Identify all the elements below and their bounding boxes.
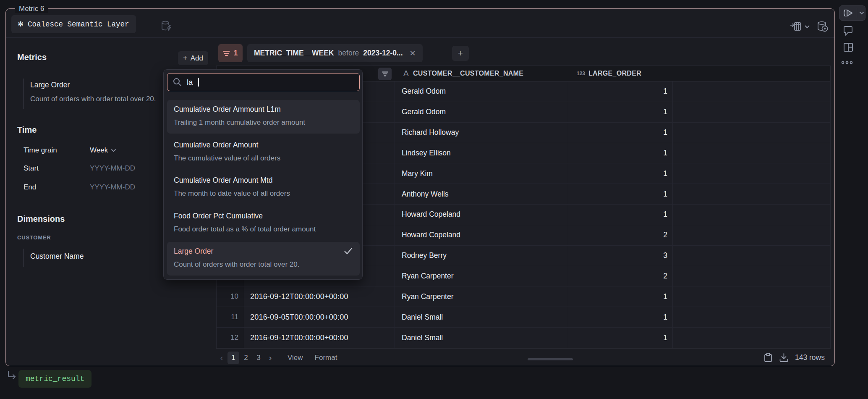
metric-search-dropdown: la Cumulative Order Ammount L1m Trailing… — [163, 69, 363, 280]
customer-name-cell[interactable]: Rodney Berry — [395, 246, 568, 266]
add-metric-button[interactable]: + Add — [178, 51, 208, 65]
metric-time-cell[interactable]: 2016-09-12T00:00:00+00:00 — [244, 286, 395, 307]
filter-count-chip[interactable]: 1 — [218, 44, 243, 62]
dimension-group-label: CUSTOMER — [17, 234, 51, 241]
add-filter-button[interactable]: + — [452, 46, 469, 61]
large-order-cell[interactable]: 1 — [568, 123, 673, 143]
customer-name-cell[interactable]: Howard Copeland — [395, 225, 568, 245]
metric-option-title: Cumulative Order Ammount L1m — [174, 104, 353, 114]
metric-option[interactable]: Cumulative Order Amount Mtd The month to… — [167, 171, 360, 205]
customer-name-cell[interactable]: Mary Kim — [395, 163, 568, 184]
format-button[interactable]: Format — [315, 354, 337, 362]
add-button-label: Add — [191, 54, 203, 63]
text-caret — [198, 78, 199, 87]
customer-name-cell[interactable]: Lindsey Ellison — [395, 143, 568, 163]
row-index: 12 — [217, 328, 244, 348]
table-output-icon[interactable] — [790, 21, 810, 33]
customer-name-cell[interactable]: Ryan Carpenter — [395, 286, 568, 307]
metric-option-description: Count of orders with order total over 20… — [174, 260, 353, 269]
start-date-input[interactable]: YYYY-MM-DD — [90, 164, 135, 173]
metric-option[interactable]: Cumulative Order Amount The cumulative v… — [167, 136, 360, 169]
large-order-cell[interactable]: 1 — [568, 205, 673, 225]
column-filter-indicator[interactable] — [378, 68, 392, 80]
customer-name-cell[interactable]: Gerald Odom — [395, 81, 568, 102]
comment-icon[interactable] — [843, 26, 853, 36]
close-icon[interactable]: ✕ — [410, 49, 416, 58]
time-filter-chip[interactable]: METRIC_TIME__WEEK before 2023-12-0... ✕ — [247, 44, 423, 62]
horizontal-scrollbar[interactable] — [528, 358, 573, 360]
search-icon — [173, 78, 182, 87]
customer-name-cell[interactable]: Daniel Small — [395, 328, 568, 348]
large-order-cell[interactable]: 1 — [568, 163, 673, 184]
empty-cell — [673, 205, 830, 225]
metric-time-cell[interactable]: 2016-09-12T00:00:00+00:00 — [244, 328, 395, 348]
time-heading: Time — [17, 125, 37, 135]
large-order-column-header[interactable]: 123 LARGE_ORDER — [568, 66, 673, 81]
page-button-1[interactable]: 1 — [227, 352, 239, 364]
filter-operator: before — [338, 49, 359, 58]
table-row[interactable]: 11 2016-09-05T00:00:00+00:00 Daniel Smal… — [217, 307, 830, 328]
result-variable-chip[interactable]: metric_result — [18, 370, 92, 388]
large-order-cell[interactable]: 1 — [568, 286, 673, 307]
copy-table-icon[interactable] — [763, 353, 773, 363]
more-options-icon[interactable] — [841, 60, 853, 65]
filter-icon — [382, 71, 388, 76]
chevron-down-icon — [804, 25, 810, 29]
next-page-icon[interactable]: › — [265, 353, 276, 362]
selected-metric-item[interactable]: Large Order Count of orders with order t… — [24, 79, 156, 109]
large-order-cell[interactable]: 3 — [568, 246, 673, 266]
large-order-cell[interactable]: 1 — [568, 328, 673, 348]
customer-name-cell[interactable]: Howard Copeland — [395, 205, 568, 225]
time-grain-select[interactable]: Week — [90, 146, 116, 155]
large-order-cell[interactable]: 2 — [568, 225, 673, 245]
large-order-cell[interactable]: 1 — [568, 184, 673, 204]
time-grain-label: Time grain — [24, 146, 57, 155]
filter-field: METRIC_TIME__WEEK — [254, 49, 334, 58]
empty-cell — [673, 143, 830, 163]
dimensions-heading: Dimensions — [17, 214, 65, 224]
view-button[interactable]: View — [288, 354, 303, 362]
source-chip-label: Coalesce Semantic Layer — [28, 20, 129, 29]
large-order-cell[interactable]: 1 — [568, 307, 673, 327]
column-label: CUSTOMER__CUSTOMER_NAME — [413, 70, 523, 77]
large-order-cell[interactable]: 1 — [568, 102, 673, 122]
prev-page-icon[interactable]: ‹ — [216, 353, 227, 362]
table-row[interactable]: 12 2016-09-12T00:00:00+00:00 Daniel Smal… — [217, 328, 830, 348]
download-icon[interactable] — [779, 353, 789, 362]
page-button-3[interactable]: 3 — [253, 352, 264, 364]
large-order-cell[interactable]: 2 — [568, 266, 673, 286]
database-preview-icon[interactable] — [816, 21, 829, 33]
large-order-cell[interactable]: 1 — [568, 81, 673, 102]
metric-option[interactable]: Large Order Count of orders with order t… — [167, 242, 360, 276]
run-play-icon — [843, 8, 854, 18]
empty-cell — [673, 328, 830, 348]
end-date-input[interactable]: YYYY-MM-DD — [90, 183, 135, 192]
page-button-2[interactable]: 2 — [240, 352, 252, 364]
customer-name-column-header[interactable]: A CUSTOMER__CUSTOMER_NAME — [395, 66, 568, 81]
row-index: 11 — [217, 307, 244, 327]
customer-name-cell[interactable]: Ryan Carpenter — [395, 266, 568, 286]
metric-search-input[interactable]: la — [167, 73, 360, 91]
empty-cell — [673, 184, 830, 204]
filter-value: 2023-12-0... — [363, 49, 403, 58]
metric-option[interactable]: Cumulative Order Ammount L1m Trailing 1 … — [167, 100, 360, 134]
customer-name-cell[interactable]: Richard Holloway — [395, 123, 568, 143]
run-options-chevron-icon[interactable] — [859, 11, 864, 15]
large-order-cell[interactable]: 1 — [568, 143, 673, 163]
filter-count: 1 — [233, 49, 238, 58]
metrics-heading: Metrics — [17, 52, 47, 62]
database-lightning-icon[interactable] — [159, 19, 173, 33]
table-row[interactable]: 10 2016-09-12T00:00:00+00:00 Ryan Carpen… — [217, 286, 830, 307]
customer-name-cell[interactable]: Gerald Odom — [395, 102, 568, 122]
run-cell-button[interactable] — [839, 5, 865, 21]
selected-dimension-item[interactable]: Customer Name — [24, 249, 84, 267]
metric-time-cell[interactable]: 2016-09-05T00:00:00+00:00 — [244, 307, 395, 327]
number-type-icon: 123 — [577, 71, 585, 76]
layout-icon[interactable] — [843, 42, 853, 52]
metric-option-description: The cumulative value of all orders — [174, 154, 353, 163]
metric-option[interactable]: Food Order Pct Cumulative Food order tot… — [167, 207, 360, 240]
semantic-layer-source-button[interactable]: ✻ Coalesce Semantic Layer — [11, 15, 136, 33]
customer-name-cell[interactable]: Anthony Wells — [395, 184, 568, 204]
metric-option-description: Food order total as a % of total order a… — [174, 225, 353, 234]
customer-name-cell[interactable]: Daniel Small — [395, 307, 568, 327]
